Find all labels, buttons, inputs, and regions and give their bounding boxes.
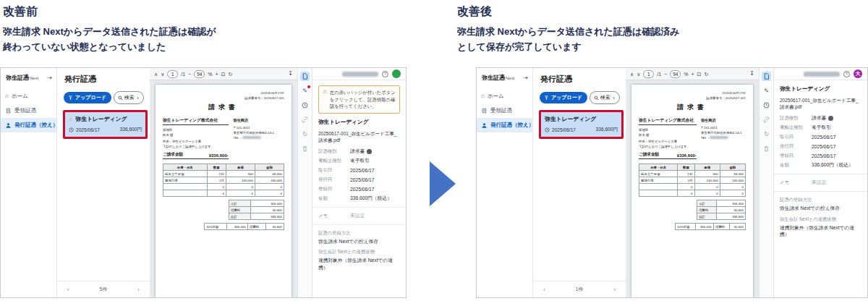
upload-icon: [544, 96, 549, 101]
table-row: 消費税30,600: [697, 207, 745, 213]
app-window-before: 弥生証憑Next ⇥ ⌂ ホーム 受領証憑 発行証憑（控え） 発行証憑 アップロ…: [0, 67, 407, 298]
help-icon[interactable]: ?: [382, 71, 388, 77]
invoice-greeting: 下記のとおりご請求申し上げます。: [163, 144, 229, 149]
table-row: 10%対象306,000消費税30,600: [205, 224, 284, 230]
page-title: 発行証憑: [533, 68, 626, 91]
invoice-tax-row: 10%対象306,000消費税30,600: [204, 223, 284, 230]
invoice-sender-zip: 〒101-0021: [233, 125, 284, 130]
annotation-before-title: 改善前: [3, 4, 216, 20]
voucher-info-icon[interactable]: [762, 72, 771, 81]
avatar[interactable]: [392, 69, 401, 78]
next-page-icon[interactable]: ›: [137, 287, 140, 293]
upload-icon: [68, 96, 73, 101]
voucher-info-icon[interactable]: [300, 72, 310, 81]
page-up-icon[interactable]: ∧: [630, 72, 634, 77]
invoice-client: 弥生トレーディング株式会社: [163, 117, 229, 125]
search-control[interactable]: 検索 ∨: [590, 91, 620, 104]
zoom-level-input[interactable]: 94: [670, 70, 681, 78]
annotation-after-line2: として保存が完了しています: [457, 39, 680, 54]
sidebar-item-received-vouchers[interactable]: 受領証憑: [1, 103, 56, 118]
invoice-number: 請求書番号：20250617-001: [163, 96, 284, 101]
avatar[interactable]: 大: [854, 69, 862, 78]
page-down-icon[interactable]: ∨: [637, 72, 640, 77]
invoice-type-badge-icon: [828, 116, 833, 121]
history-icon[interactable]: [300, 101, 310, 110]
transition-arrow-icon: [430, 161, 456, 206]
details-panel: ? ⚠ 左の赤いバッジが付いたボタンをクリックして、証憑情報の確認を行ってくださ…: [312, 68, 406, 297]
invoice-client-dept: 管理部: [639, 127, 697, 132]
voucher-amount: 336,600円: [596, 127, 618, 133]
link-icon[interactable]: [300, 115, 310, 124]
upload-button[interactable]: アップロード: [64, 92, 111, 103]
zoom-in-icon[interactable]: +: [691, 72, 694, 77]
table-row: 小計306,000: [229, 200, 284, 207]
page-number-input[interactable]: 1: [167, 70, 178, 78]
invoice-greeting: 下記のとおりご請求申し上げます。: [639, 144, 697, 149]
edit-pen-icon[interactable]: ✎: [300, 86, 310, 96]
sidebar-item-home[interactable]: ⌂ ホーム: [477, 89, 532, 103]
chevron-down-icon: ∨: [613, 96, 616, 100]
prev-page-icon[interactable]: ‹: [543, 287, 545, 293]
zoom-out-icon[interactable]: −: [664, 72, 667, 77]
page-down-icon[interactable]: ∨: [161, 72, 164, 77]
invoice-summary: 小計306,000 消費税30,600 合計336,600: [229, 200, 284, 220]
voucher-list-item[interactable]: 弥生トレーディング 2025/06/17 336,600円: [539, 110, 624, 139]
sidebar-item-received-vouchers[interactable]: 受領証憑: [477, 103, 532, 118]
voucher-list-item[interactable]: ⚠ 弥生トレーディング 2025/06/17 336,600円: [63, 110, 148, 139]
invoice-sender-address: 東京都千代田区外神田4-14-1: [701, 130, 746, 135]
help-icon[interactable]: ?: [843, 71, 850, 77]
trash-icon[interactable]: [762, 144, 771, 153]
rotate-icon[interactable]: ↻: [228, 72, 232, 77]
zoom-in-icon[interactable]: +: [215, 72, 218, 77]
link-icon[interactable]: [762, 115, 771, 124]
annotation-after: 改善後 弥生請求 Nextからデータ送信された証憑は確認済み として保存が完了し…: [457, 4, 680, 55]
fit-page-icon[interactable]: ⊡: [221, 72, 226, 77]
next-page-icon[interactable]: ›: [613, 287, 616, 293]
trash-icon[interactable]: [300, 144, 310, 153]
receipt-icon: [481, 108, 488, 114]
collapse-sidebar-icon[interactable]: ⇥: [47, 75, 52, 81]
detail-owner: 弥生トレーディング: [780, 85, 861, 93]
invoice-line-items: 品番・品名数量 単価金額 組み立て足場13250066,000 整地引渡1式24…: [163, 164, 284, 197]
table-row: 000: [163, 190, 284, 197]
detail-filename: 20250617-001_弥生ビルボード工事_請求書.pdf: [780, 97, 861, 110]
prev-page-icon[interactable]: ‹: [67, 287, 69, 293]
table-row: 組み立て足場13250066,000: [163, 171, 284, 177]
zoom-out-icon[interactable]: −: [188, 72, 191, 77]
details-panel: ? 大 弥生トレーディング 20250617-001_弥生ビルボード工事_請求書…: [773, 68, 867, 297]
invoice-sender-tel: TEL：: [233, 135, 284, 140]
sidebar-item-issued-vouchers[interactable]: 発行証憑（控え）: [1, 118, 56, 132]
sidebar-item-home[interactable]: ⌂ ホーム: [1, 89, 56, 103]
download-icon[interactable]: ↧: [749, 71, 754, 77]
pdf-canvas: 2025年06月17日 請求書番号：20250617-001 請求書 弥生トレー…: [626, 80, 759, 297]
sidebar-item-label: 受領証憑: [14, 107, 36, 114]
percent-sign: %: [208, 72, 212, 77]
download-icon[interactable]: ↧: [288, 71, 293, 77]
table-row: 組み立て足場13250066,000: [639, 171, 746, 177]
redacted-account-name: [804, 72, 840, 77]
warning-icon: ⚠: [69, 116, 73, 122]
person-icon: [481, 122, 488, 129]
refresh-icon[interactable]: ↻: [300, 130, 310, 139]
sidebar-item-issued-vouchers[interactable]: 発行証憑（控え）: [477, 118, 532, 132]
search-control[interactable]: 検索 ∨: [114, 91, 144, 104]
collapse-sidebar-icon[interactable]: ⇥: [523, 75, 528, 81]
refresh-icon[interactable]: ↻: [762, 130, 771, 139]
rotate-icon[interactable]: ↻: [704, 72, 708, 77]
edit-pen-icon[interactable]: ✎: [762, 86, 771, 96]
fit-page-icon[interactable]: ⊡: [697, 72, 702, 77]
page-up-icon[interactable]: ∧: [154, 72, 158, 77]
warning-icon: ⚠: [323, 89, 328, 110]
history-icon[interactable]: [762, 101, 771, 110]
home-icon: ⌂: [5, 93, 9, 99]
upload-button[interactable]: アップロード: [540, 92, 587, 103]
invoice-amount: ¥336,600-: [677, 153, 697, 158]
receipt-icon: [5, 108, 12, 114]
invoice-subject: 件名：弥生ビルボード工事: [639, 139, 697, 144]
voucher-list-panel: 発行証憑 アップロード 検索 ∨ ⚠ 弥生トレーディング 2025/06/17 …: [57, 68, 150, 297]
percent-sign: %: [684, 72, 688, 77]
table-row: 合計336,600: [697, 213, 745, 220]
invoice-line-items: 品番・品名数量 単価金額 組み立て足場13250066,000 整地引渡1式24…: [639, 164, 746, 197]
zoom-level-input[interactable]: 94: [194, 70, 205, 78]
page-number-input[interactable]: 1: [643, 70, 654, 78]
